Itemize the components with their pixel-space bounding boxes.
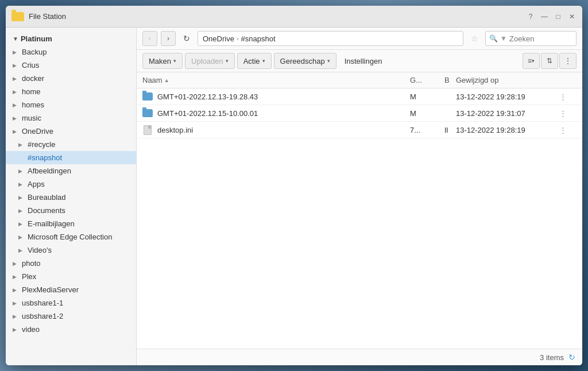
breadcrumb-part2: #snapshot [241,34,276,43]
titlebar: File Station ? — □ ✕ [6,6,582,28]
sidebar-item-onedrive[interactable]: ▶OneDrive [6,125,136,138]
sidebar-item-usbshare1-1[interactable]: ▶usbshare1-1 [6,296,136,310]
close-button[interactable]: ✕ [567,12,577,21]
chevron-music: ▶ [13,115,18,121]
list-view-button[interactable]: ≡ ▾ [523,53,540,69]
app-icon [11,10,24,23]
file-size: M [410,109,444,118]
col-grootte[interactable]: G... [410,76,444,84]
sidebar-label-music: music [22,114,41,122]
chevron-msedge: ▶ [18,234,24,240]
folder-icon [142,92,153,101]
nav-forward-button[interactable]: › [161,31,176,46]
file-name: desktop.ini [157,126,193,134]
sidebar-item-home[interactable]: ▶home [6,85,136,98]
col-gewijzigd[interactable]: Gewijzigd op [456,76,559,84]
table-row[interactable]: desktop.ini 7... Il 13-12-2022 19:28:19 … [137,122,582,138]
uploaden-button[interactable]: Uploaden ▾ [185,53,235,69]
more-options-button[interactable]: ⋮ [559,53,577,69]
chevron-usbshare1-2: ▶ [13,314,18,319]
instellingen-button[interactable]: Instellingen [339,53,388,69]
help-button[interactable]: ? [526,12,535,21]
sidebar-root[interactable]: ▼ Platinum [6,32,136,45]
sidebar-item-apps[interactable]: ▶Apps [6,177,136,191]
breadcrumb-part1: OneDrive [203,34,234,43]
table-row[interactable]: GMT+01-2022.12.15-10.00.01 M 13-12-2022 … [137,105,582,122]
chevron-plex: ▶ [13,274,18,280]
table-row[interactable]: GMT+01-2022.12.13-19.28.43 M 13-12-2022 … [137,88,582,105]
sidebar-item-msedge[interactable]: ▶Microsoft Edge Collection [6,230,136,244]
sidebar-item-homes[interactable]: ▶homes [6,98,136,111]
chevron-videos: ▶ [18,248,24,253]
sidebar-item-bureaublad[interactable]: ▶Bureaublad [6,191,136,204]
sidebar-item-music[interactable]: ▶music [6,111,136,125]
folder-icon-title [11,12,24,21]
search-sep: ▼ [500,34,507,42]
sidebar-item-snapshot[interactable]: ▶#snapshot [6,151,136,164]
row-more[interactable]: ⋮ [559,92,577,101]
file-name-cell: GMT+01-2022.12.15-10.00.01 [142,108,410,118]
table-rows-container: GMT+01-2022.12.13-19.28.43 M 13-12-2022 … [137,88,582,138]
maximize-button[interactable]: □ [554,12,563,21]
sidebar-item-video[interactable]: ▶video [6,323,136,336]
status-refresh-button[interactable]: ↻ [568,353,575,362]
file-icon [142,125,153,135]
sidebar-item-photo[interactable]: ▶photo [6,257,136,270]
main-panel: ‹ › ↻ OneDrive › #snapshot ☆ 🔍 ▼ Make [137,28,582,365]
refresh-button[interactable]: ↻ [179,31,194,46]
sort-button[interactable]: ⇅ [541,53,558,69]
search-input[interactable] [509,34,572,43]
sidebar-label-afbeeldingen: Afbeeldingen [28,167,71,175]
row-more[interactable]: ⋮ [559,109,577,118]
sidebar-item-recycle[interactable]: ▶#recycle [6,138,136,151]
sidebar-item-videos[interactable]: ▶Video's [6,244,136,257]
nav-back-button[interactable]: ‹ [142,31,157,46]
chevron-home: ▶ [13,89,18,95]
actie-arrow: ▾ [262,58,265,64]
sidebar-item-plex[interactable]: ▶Plex [6,270,136,283]
sidebar-item-documents[interactable]: ▶Documents [6,204,136,217]
chevron-plexmediaserver: ▶ [13,287,18,293]
file-modified: 13-12-2022 19:28:19 [456,92,559,101]
doc-icon [144,125,152,135]
maken-button[interactable]: Maken ▾ [142,53,183,69]
sidebar-item-plexmediaserver[interactable]: ▶PlexMediaServer [6,283,136,296]
sidebar-label-docker: docker [22,74,44,83]
sidebar-item-crius[interactable]: ▶Crius [6,59,136,72]
chevron-apps: ▶ [18,181,24,187]
sidebar-label-photo: photo [22,259,41,268]
file-name-cell: GMT+01-2022.12.13-19.28.43 [142,91,410,102]
titlebar-title: File Station [29,12,66,21]
content-area: ▼ Platinum ▶Backup▶Crius▶docker▶home▶hom… [6,28,582,365]
search-icon: 🔍 [489,34,498,42]
toolbar-actions: Maken ▾ Uploaden ▾ Actie ▾ Gereedschap ▾… [137,50,582,72]
sidebar-item-docker[interactable]: ▶docker [6,72,136,85]
view-controls: ≡ ▾ ⇅ ⋮ [523,53,577,69]
sidebar-item-emailbijlagen[interactable]: ▶E-mailbijlagen [6,217,136,230]
titlebar-controls: ? — □ ✕ [526,12,577,21]
col-naam[interactable]: Naam ▲ [142,76,410,84]
col-b[interactable]: B [444,76,456,84]
gereedschap-button[interactable]: Gereedschap ▾ [274,53,336,69]
sidebar-item-afbeeldingen[interactable]: ▶Afbeeldingen [6,164,136,177]
sidebar-item-usbshare1-2[interactable]: ▶usbshare1-2 [6,310,136,323]
file-b: Il [444,126,456,134]
sidebar-label-emailbijlagen: E-mailbijlagen [28,219,75,228]
bookmark-button[interactable]: ☆ [467,31,482,46]
chevron-emailbijlagen: ▶ [18,221,24,227]
minimize-button[interactable]: — [540,12,549,21]
sidebar-item-backup[interactable]: ▶Backup [6,45,136,59]
root-chevron: ▼ [13,36,18,42]
list-icon: ≡ [528,57,532,65]
actie-button[interactable]: Actie ▾ [237,53,272,69]
file-table: Naam ▲ G... B Gewijzigd op [137,72,582,349]
row-more[interactable]: ⋮ [559,126,577,134]
chevron-usbshare1-1: ▶ [13,300,18,306]
chevron-crius: ▶ [13,63,18,68]
maken-arrow: ▾ [173,58,176,64]
sidebar-label-bureaublad: Bureaublad [28,193,66,202]
sidebar-label-recycle: #recycle [28,140,55,149]
chevron-recycle: ▶ [18,142,24,148]
chevron-photo: ▶ [13,261,18,266]
chevron-onedrive: ▶ [13,129,18,134]
